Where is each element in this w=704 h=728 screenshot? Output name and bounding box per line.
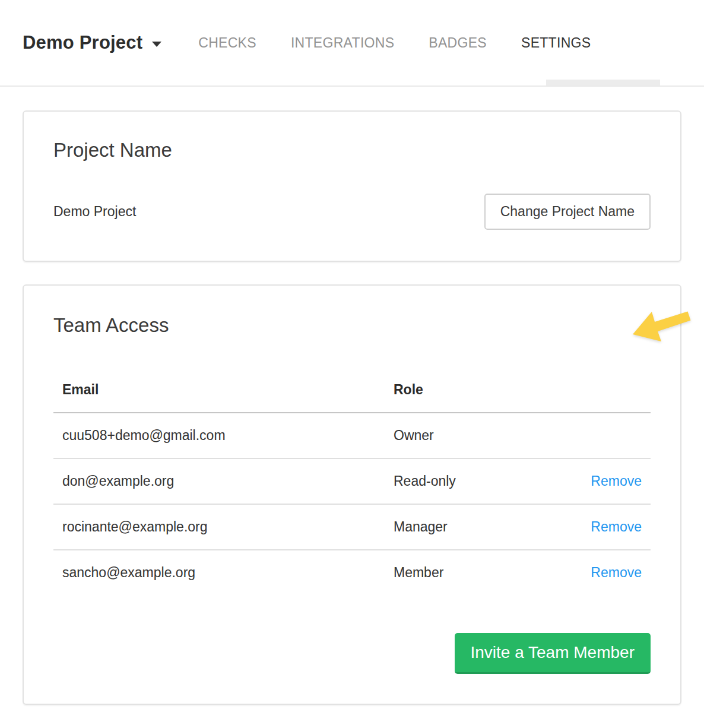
table-row: rocinante@example.org Manager Remove [53, 504, 651, 550]
top-nav: Demo Project CHECKS INTEGRATIONS BADGES … [0, 0, 704, 87]
project-name-value: Demo Project [53, 204, 136, 220]
member-role: Read-only [385, 458, 572, 504]
member-actions: Remove [572, 504, 651, 550]
tab-badges[interactable]: BADGES [429, 35, 487, 51]
project-switcher-label: Demo Project [23, 32, 142, 53]
tab-checks[interactable]: CHECKS [198, 35, 256, 51]
member-actions: Remove [572, 458, 651, 504]
project-switcher[interactable]: Demo Project [23, 32, 161, 53]
project-name-title: Project Name [53, 139, 651, 162]
project-tabs: CHECKS INTEGRATIONS BADGES SETTINGS [198, 35, 591, 51]
team-access-card: Team Access Email Role cuu508+demo@gmail… [23, 284, 681, 705]
table-row: sancho@example.org Member Remove [53, 550, 651, 595]
settings-page: Project Name Demo Project Change Project… [0, 110, 704, 705]
table-row: cuu508+demo@gmail.com Owner [53, 413, 651, 458]
team-access-title: Team Access [53, 314, 651, 337]
remove-member-link[interactable]: Remove [591, 519, 642, 534]
member-email: cuu508+demo@gmail.com [53, 413, 385, 458]
active-tab-indicator [546, 80, 660, 86]
invite-team-member-button[interactable]: Invite a Team Member [455, 633, 651, 674]
member-role: Member [385, 550, 572, 595]
member-actions: Remove [572, 550, 651, 595]
tab-integrations[interactable]: INTEGRATIONS [291, 35, 394, 51]
column-header-actions [572, 370, 651, 413]
remove-member-link[interactable]: Remove [591, 473, 642, 489]
member-email: don@example.org [53, 458, 385, 504]
member-role: Manager [385, 504, 572, 550]
change-project-name-button[interactable]: Change Project Name [484, 194, 651, 230]
member-email: rocinante@example.org [53, 504, 385, 550]
project-name-row: Demo Project Change Project Name [53, 194, 651, 230]
invite-row: Invite a Team Member [53, 633, 651, 674]
column-header-email: Email [53, 370, 385, 413]
member-actions [572, 413, 651, 458]
member-role: Owner [385, 413, 572, 458]
member-email: sancho@example.org [53, 550, 385, 595]
team-members-table: Email Role cuu508+demo@gmail.com Owner d… [53, 370, 651, 595]
remove-member-link[interactable]: Remove [591, 565, 642, 580]
project-name-card: Project Name Demo Project Change Project… [23, 110, 681, 262]
tab-settings[interactable]: SETTINGS [521, 35, 591, 51]
table-row: don@example.org Read-only Remove [53, 458, 651, 504]
chevron-down-icon [152, 42, 161, 47]
column-header-role: Role [385, 370, 572, 413]
table-header-row: Email Role [53, 370, 651, 413]
